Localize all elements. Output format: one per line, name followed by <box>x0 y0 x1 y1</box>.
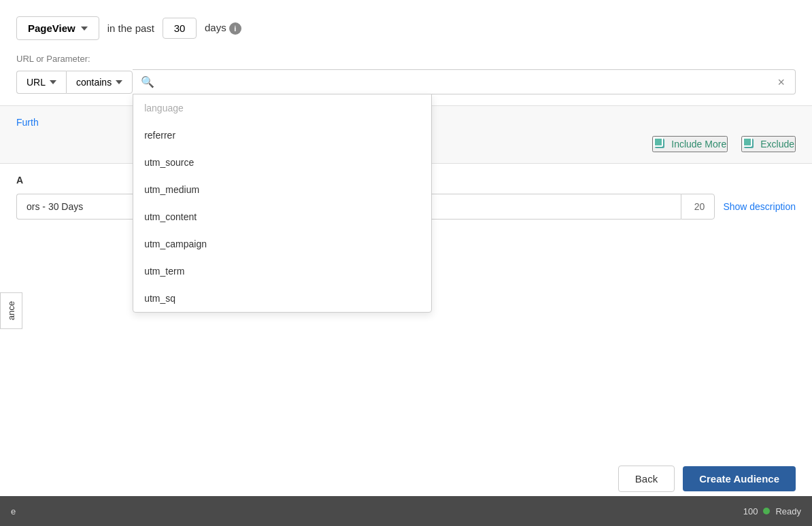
status-bar-content: e 100 Ready <box>11 506 801 516</box>
back-button[interactable]: Back <box>618 466 675 492</box>
filter-input-area: 🔍 × language referrer utm_source utm_med… <box>133 69 796 94</box>
close-filter-button[interactable]: × <box>775 72 788 92</box>
status-cell-value: e <box>11 506 16 516</box>
status-right-col: 100 Ready <box>743 506 801 516</box>
contains-dropdown-button[interactable]: contains <box>66 71 133 94</box>
pageview-chevron-icon <box>81 27 88 31</box>
dropdown-list: language referrer utm_source utm_medium … <box>133 94 431 312</box>
contains-chevron-icon <box>116 80 122 84</box>
info-icon[interactable]: i <box>229 22 241 35</box>
url-chevron-icon <box>50 80 56 84</box>
dropdown-menu: language referrer utm_source utm_medium … <box>133 94 432 313</box>
status-bar: e 100 Ready <box>0 496 812 526</box>
list-item[interactable]: utm_content <box>133 203 431 230</box>
exclude-button[interactable]: Exclude <box>741 136 796 152</box>
page-wrapper: PageView in the past days i URL or Param… <box>0 0 812 526</box>
list-item[interactable]: utm_campaign <box>133 230 431 258</box>
list-item[interactable]: utm_source <box>133 149 431 176</box>
audience-count: 20 <box>681 194 715 220</box>
further-link[interactable]: Furth <box>16 117 39 128</box>
contains-label: contains <box>76 77 112 88</box>
exclude-label: Exclude <box>760 139 794 150</box>
in-the-past-label: in the past <box>107 22 154 34</box>
days-input[interactable] <box>163 18 197 39</box>
create-audience-button[interactable]: Create Audience <box>683 466 796 491</box>
pageview-label: PageView <box>28 22 75 34</box>
show-description-link[interactable]: Show description <box>723 201 796 212</box>
filter-row-1: PageView in the past days i <box>16 16 796 40</box>
status-cell-col: e <box>11 506 16 516</box>
url-label: URL <box>27 77 46 88</box>
filter-row-2: URL contains 🔍 × language <box>16 69 796 94</box>
search-icon: 🔍 <box>141 75 154 88</box>
url-param-label: URL or Parameter: <box>16 54 796 64</box>
bottom-actions: Back Create Audience <box>618 466 796 492</box>
status-number: 100 <box>743 506 758 516</box>
list-item[interactable]: utm_medium <box>133 176 431 203</box>
list-item[interactable]: utm_sq <box>133 285 431 312</box>
pageview-button[interactable]: PageView <box>16 16 99 40</box>
exclude-icon-overlay <box>743 137 752 147</box>
filter-search-input[interactable] <box>160 77 768 88</box>
list-item[interactable]: utm_term <box>133 258 431 285</box>
include-more-button[interactable]: Include More <box>652 136 728 152</box>
list-item[interactable]: referrer <box>133 122 431 149</box>
top-section: PageView in the past days i URL or Param… <box>0 0 812 106</box>
include-more-label: Include More <box>671 139 726 150</box>
left-sidebar-tab[interactable]: ance <box>0 292 22 329</box>
ready-dot-icon <box>763 508 770 514</box>
ready-status-label: Ready <box>775 506 801 516</box>
list-item[interactable]: language <box>133 94 431 122</box>
url-dropdown-button[interactable]: URL <box>16 71 66 94</box>
days-label: days i <box>205 22 241 35</box>
include-icon-overlay <box>654 137 663 147</box>
